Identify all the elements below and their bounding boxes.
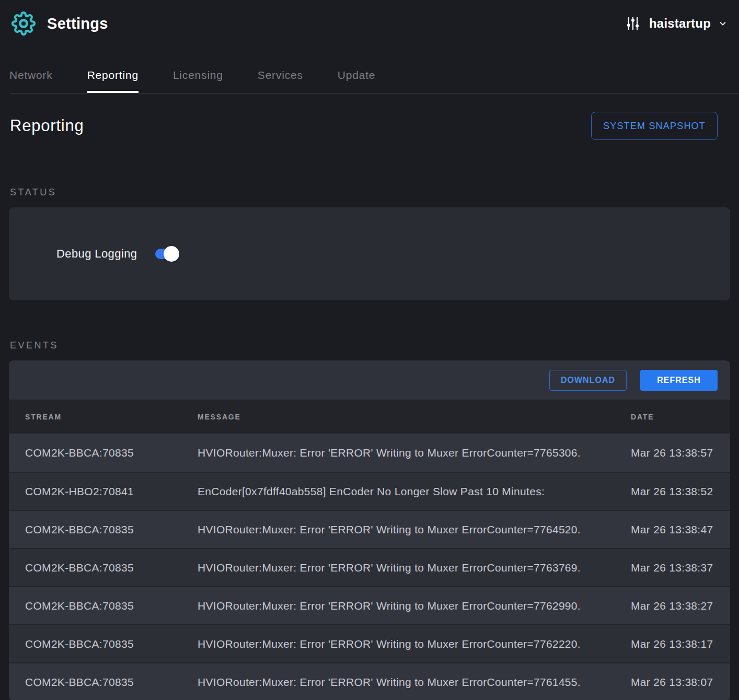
chevron-down-icon (718, 19, 728, 28)
settings-page: Settings haistartup NetworkRepor (0, 0, 739, 700)
event-message: EnCoder[0x7fdff40ab558] EnCoder No Longe… (198, 485, 631, 498)
status-section-label: STATUS (9, 187, 730, 198)
event-date: Mar 26 13:38:07 (631, 676, 730, 689)
column-header-date: DATE (631, 413, 730, 421)
section-title: Reporting (9, 116, 84, 135)
event-date: Mar 26 13:38:37 (631, 562, 730, 574)
account-menu[interactable]: haistartup (625, 16, 728, 31)
event-message: HVIORouter:Muxer: Error 'ERROR' Writing … (198, 676, 631, 689)
table-body: COM2K-BBCA:70835 HVIORouter:Muxer: Error… (9, 434, 730, 700)
event-stream: COM2K-BBCA:70835 (25, 447, 198, 459)
table-row[interactable]: COM2K-BBCA:70835 HVIORouter:Muxer: Error… (9, 662, 730, 700)
events-panel: DOWNLOAD REFRESH STREAM MESSAGE DATE COM… (9, 360, 730, 700)
event-stream: COM2K-HBO2:70841 (25, 485, 198, 498)
tab-reporting[interactable]: Reporting (87, 47, 138, 93)
table-row[interactable]: COM2K-BBCA:70835 HVIORouter:Muxer: Error… (9, 548, 730, 586)
page-title: Settings (47, 15, 108, 32)
event-message: HVIORouter:Muxer: Error 'ERROR' Writing … (198, 638, 631, 650)
event-message: HVIORouter:Muxer: Error 'ERROR' Writing … (198, 523, 631, 536)
table-header: STREAM MESSAGE DATE (9, 400, 730, 434)
tab-bar: NetworkReportingLicensingServicesUpdate (9, 47, 739, 94)
column-header-message: MESSAGE (198, 413, 631, 421)
event-stream: COM2K-BBCA:70835 (25, 638, 198, 650)
event-stream: COM2K-BBCA:70835 (25, 600, 198, 612)
table-row[interactable]: COM2K-BBCA:70835 HVIORouter:Muxer: Error… (9, 624, 730, 662)
gear-icon (11, 11, 36, 36)
app-header: Settings haistartup (0, 0, 739, 47)
table-row[interactable]: COM2K-BBCA:70835 HVIORouter:Muxer: Error… (9, 510, 730, 548)
table-row[interactable]: COM2K-BBCA:70835 HVIORouter:Muxer: Error… (9, 434, 730, 472)
tab-update[interactable]: Update (338, 47, 376, 93)
debug-logging-label: Debug Logging (56, 247, 155, 261)
tab-network[interactable]: Network (9, 47, 53, 93)
download-button[interactable]: DOWNLOAD (549, 370, 627, 391)
table-row[interactable]: COM2K-HBO2:70841 EnCoder[0x7fdff40ab558]… (9, 472, 730, 510)
sliders-icon (625, 16, 641, 31)
debug-logging-toggle[interactable] (155, 249, 179, 259)
event-date: Mar 26 13:38:57 (631, 447, 730, 459)
event-date: Mar 26 13:38:17 (631, 638, 730, 650)
event-date: Mar 26 13:38:52 (631, 485, 730, 498)
event-stream: COM2K-BBCA:70835 (25, 523, 198, 536)
tab-services[interactable]: Services (258, 47, 303, 93)
event-date: Mar 26 13:38:47 (631, 523, 730, 536)
event-message: HVIORouter:Muxer: Error 'ERROR' Writing … (198, 447, 631, 459)
tab-licensing[interactable]: Licensing (173, 47, 223, 93)
event-message: HVIORouter:Muxer: Error 'ERROR' Writing … (198, 562, 631, 574)
table-row[interactable]: COM2K-BBCA:70835 HVIORouter:Muxer: Error… (9, 586, 730, 624)
events-section-label: EVENTS (9, 340, 730, 351)
system-snapshot-button[interactable]: SYSTEM SNAPSHOT (591, 112, 718, 140)
column-header-stream: STREAM (25, 413, 198, 421)
event-message: HVIORouter:Muxer: Error 'ERROR' Writing … (198, 600, 631, 612)
account-name: haistartup (649, 16, 711, 31)
status-panel: Debug Logging (9, 207, 730, 300)
event-date: Mar 26 13:38:27 (631, 600, 730, 612)
event-stream: COM2K-BBCA:70835 (25, 562, 198, 574)
events-toolbar: DOWNLOAD REFRESH (9, 360, 730, 400)
refresh-button[interactable]: REFRESH (640, 370, 718, 391)
event-stream: COM2K-BBCA:70835 (25, 676, 198, 689)
